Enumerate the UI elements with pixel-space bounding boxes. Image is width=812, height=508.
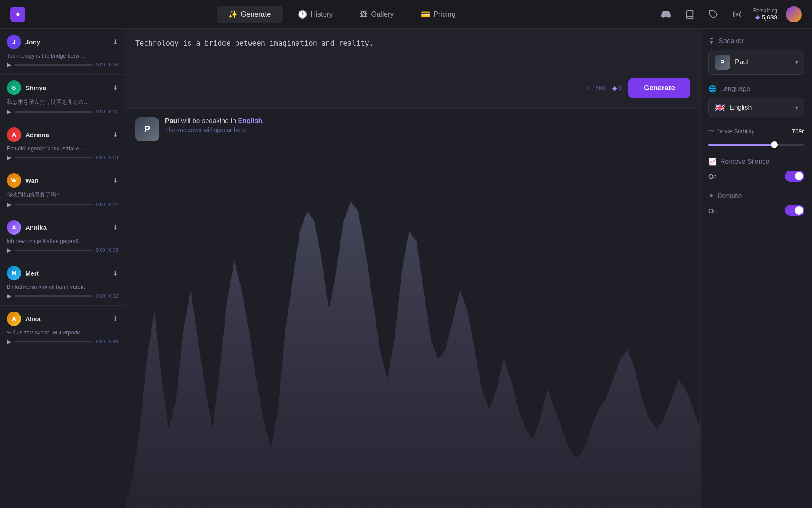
time-wan: 0:00 / 0:02 — [96, 202, 118, 207]
sidebar-item-shinya[interactable]: S Shinya ⬇ 私は本を読んだり映画を見るの… ▶ 0:00 / 0:11 — [0, 75, 125, 121]
credit-cost: ◆ 0 — [612, 85, 622, 91]
play-btn-wan[interactable]: ▶ — [7, 201, 11, 208]
download-icon-adriana[interactable]: ⬇ — [112, 131, 118, 139]
progress-track-alisa[interactable] — [15, 341, 93, 342]
speaking-label: will be speaking in — [181, 117, 238, 124]
sidebar-item-mert[interactable]: M Mert ⬇ Bir kahvenin kırk yıl hatırı va… — [0, 260, 125, 306]
tab-pricing-label: Pricing — [433, 10, 455, 19]
download-icon-annika[interactable]: ⬇ — [112, 224, 118, 232]
speaker-speaking-line: Paul will be speaking in English. — [165, 117, 264, 125]
credits-value: 5,633 — [761, 14, 777, 21]
avatar-name-group: A Annika — [7, 220, 47, 235]
sidebar-item-wan[interactable]: W Wan ⬇ 你收到她的回复了吗? ▶ 0:00 / 0:02 — [0, 167, 125, 214]
avatar-adriana: A — [7, 127, 21, 142]
denoise-section: ✦ Denoise On — [708, 192, 804, 216]
tab-pricing[interactable]: 💳 Pricing — [409, 6, 467, 23]
history-header: J Jony ⬇ — [7, 35, 118, 49]
tab-history[interactable]: 🕐 History — [286, 6, 345, 23]
tag-icon[interactable] — [706, 7, 721, 22]
playbar-adriana: ▶ 0:00 / 0:03 — [7, 154, 118, 161]
main-content: 0 / 500 ◆ 0 Generate P Paul will be spea… — [125, 29, 700, 508]
name-adriana: Adriana — [25, 131, 49, 138]
denoise-toggle-row: On — [708, 205, 804, 216]
text-input[interactable] — [135, 39, 690, 73]
language-name: English — [730, 104, 791, 111]
download-icon-jony[interactable]: ⬇ — [112, 38, 118, 46]
diamond-small-icon: ◆ — [612, 85, 617, 91]
stability-title: 〰 Voice Stability — [708, 128, 754, 135]
name-shinya: Shinya — [25, 84, 46, 91]
time-annika: 0:00 / 0:03 — [96, 248, 118, 253]
sidebar-item-annika[interactable]: A Annika ⬇ Ich bevorzuge Kaffee gegenü… … — [0, 214, 125, 260]
tab-generate-label: Generate — [241, 10, 271, 19]
playbar-jony: ▶ 0:00 / 0:06 — [7, 61, 118, 68]
name-mert: Mert — [25, 270, 39, 277]
avatar-name-group: W Wan — [7, 173, 38, 188]
diamond-icon: ◆ — [755, 14, 760, 20]
history-header: A Annika ⬇ — [7, 220, 118, 235]
language-selector[interactable]: 🇬🇧 English ▾ — [708, 98, 804, 117]
history-sidebar: J Jony ⬇ Technology is the bridge betw… … — [0, 29, 125, 508]
char-count: 0 / 500 — [587, 85, 606, 91]
text-shinya: 私は本を読んだり映画を見るの… — [7, 98, 118, 106]
play-btn-alisa[interactable]: ▶ — [7, 338, 11, 345]
text-input-area: 0 / 500 ◆ 0 Generate — [125, 29, 700, 109]
remaining-label: Remaining — [753, 8, 777, 14]
nav-tabs: ✨ Generate 🕐 History 🖼 Gallery 💳 Pricing — [152, 6, 532, 23]
text-annika: Ich bevorzuge Kaffee gegenü… — [7, 238, 118, 244]
remove-silence-toggle[interactable] — [785, 171, 804, 182]
stability-header: 〰 Voice Stability 70% — [708, 127, 804, 135]
progress-track-wan[interactable] — [15, 204, 93, 205]
avatar-name-group: A Alisa — [7, 312, 41, 326]
discord-icon[interactable] — [658, 7, 674, 22]
playbar-shinya: ▶ 0:00 / 0:11 — [7, 108, 118, 115]
playbar-alisa: ▶ 0:00 / 0:40 — [7, 338, 118, 345]
generate-button[interactable]: Generate — [628, 78, 690, 98]
logo-icon[interactable]: ✦ — [10, 7, 25, 22]
denoise-toggle[interactable] — [785, 205, 804, 216]
sidebar-item-alisa[interactable]: A Alisa ⬇ Я был там вчера. Мы играли … ▶… — [0, 306, 125, 351]
tab-generate[interactable]: ✨ Generate — [217, 6, 283, 23]
flag-icon: 🇬🇧 — [715, 102, 725, 113]
top-navigation: ✦ ✨ Generate 🕐 History 🖼 Gallery 💳 Prici… — [0, 0, 812, 29]
progress-track-shinya[interactable] — [15, 111, 93, 113]
play-btn-annika[interactable]: ▶ — [7, 247, 11, 254]
download-icon-mert[interactable]: ⬇ — [112, 269, 118, 277]
book-icon[interactable] — [682, 7, 697, 22]
play-btn-adriana[interactable]: ▶ — [7, 154, 11, 161]
speaker-select-avatar: P — [715, 55, 730, 70]
generate-tab-icon: ✨ — [228, 10, 238, 19]
remove-silence-title: 📈 Remove Silence — [708, 157, 804, 166]
sidebar-item-jony[interactable]: J Jony ⬇ Technology is the bridge betw… … — [0, 29, 125, 75]
avatar-alisa: A — [7, 312, 21, 326]
play-btn-jony[interactable]: ▶ — [7, 61, 11, 68]
stability-slider[interactable] — [708, 144, 804, 146]
download-icon-shinya[interactable]: ⬇ — [112, 84, 118, 92]
sidebar-item-adriana[interactable]: A Adriana ⬇ Estudié ingeniería industria… — [0, 121, 125, 167]
tab-gallery-label: Gallery — [371, 10, 394, 19]
progress-track-mert[interactable] — [15, 295, 93, 297]
waveform-area: P Paul will be speaking in English. The … — [125, 109, 700, 508]
user-avatar[interactable] — [786, 6, 802, 22]
download-icon-wan[interactable]: ⬇ — [112, 177, 118, 185]
remove-silence-toggle-row: On — [708, 171, 804, 182]
play-btn-shinya[interactable]: ▶ — [7, 108, 11, 115]
speaker-chevron-icon: ▾ — [795, 59, 798, 66]
download-icon-alisa[interactable]: ⬇ — [112, 315, 118, 323]
avatar-name-group: S Shinya — [7, 80, 46, 95]
radio-icon[interactable] — [730, 7, 745, 22]
name-annika: Annika — [25, 224, 47, 231]
play-btn-mert[interactable]: ▶ — [7, 293, 11, 299]
progress-track-annika[interactable] — [15, 250, 93, 251]
gallery-tab-icon: 🖼 — [360, 10, 368, 19]
speaker-selector[interactable]: P Paul ▾ — [708, 50, 804, 75]
tab-gallery[interactable]: 🖼 Gallery — [348, 6, 406, 23]
progress-track-jony[interactable] — [15, 64, 93, 66]
time-adriana: 0:00 / 0:03 — [96, 155, 118, 160]
progress-track-adriana[interactable] — [15, 157, 93, 158]
denoise-value: On — [708, 207, 717, 214]
tab-history-label: History — [310, 10, 333, 19]
speaker-info-text: Paul will be speaking in English. The vo… — [165, 117, 264, 133]
language-section: 🌐 Language 🇬🇧 English ▾ — [708, 85, 804, 117]
history-tab-icon: 🕐 — [298, 10, 307, 19]
